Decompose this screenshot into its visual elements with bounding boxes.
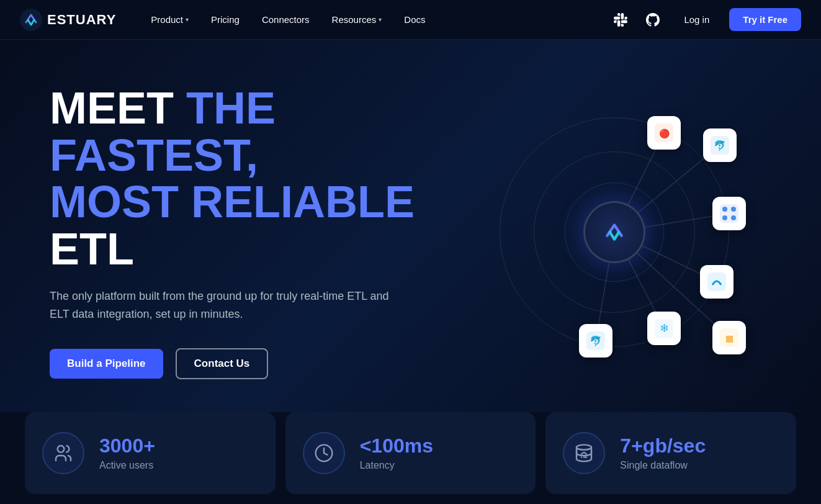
stat-info-throughput: 7+gb/sec Single dataflow: [620, 435, 706, 470]
stat-label-latency: Latency: [360, 460, 433, 471]
nav-item-product[interactable]: Product ▾: [141, 9, 199, 30]
users-icon-wrap: [42, 432, 84, 474]
stat-label-throughput: Single dataflow: [620, 460, 706, 471]
chevron-down-icon: ▾: [379, 16, 382, 23]
svg-point-16: [731, 215, 736, 220]
stat-card-throughput: 7+gb/sec Single dataflow: [545, 412, 796, 494]
hero-title-reliable: MOST RELIABLE: [50, 177, 415, 227]
slack-icon[interactable]: [609, 9, 632, 31]
database-icon-wrap: [563, 432, 605, 474]
connector-db: ▦: [712, 321, 746, 354]
svg-rect-12: [720, 204, 738, 223]
chevron-down-icon: ▾: [186, 16, 189, 23]
hero-illustration: 🐬 🔴 ❄ ▦ 🐬: [484, 96, 745, 369]
svg-point-26: [576, 445, 591, 450]
github-icon[interactable]: [642, 9, 664, 31]
svg-point-13: [722, 207, 727, 212]
nav-right: Log in Try it Free: [609, 8, 801, 31]
hub-center: [583, 201, 645, 263]
hero-subtitle: The only platform built from the ground …: [50, 287, 397, 323]
hero-title-meet: MEET: [50, 83, 186, 133]
hero-title: MEET THE FASTEST, MOST RELIABLE ETL: [50, 85, 484, 272]
svg-text:🐬: 🐬: [590, 335, 602, 347]
stat-info-users: 3000+ Active users: [99, 435, 155, 470]
svg-point-0: [20, 9, 42, 31]
contact-us-button[interactable]: Contact Us: [176, 348, 269, 379]
connector-3: [712, 197, 746, 230]
svg-point-24: [58, 446, 65, 452]
hero-title-etl: ETL: [50, 224, 134, 274]
nav-item-pricing[interactable]: Pricing: [201, 9, 249, 30]
users-icon: [53, 443, 73, 463]
stats-section: 3000+ Active users <100ms Latency 7+gb/s…: [0, 412, 821, 504]
build-pipeline-button[interactable]: Build a Pipeline: [50, 349, 163, 379]
stat-label-users: Active users: [99, 460, 155, 471]
nav-links: Product ▾ Pricing Connectors Resources ▾…: [141, 9, 609, 30]
stat-card-latency: <100ms Latency: [285, 412, 536, 494]
svg-point-14: [731, 207, 736, 212]
logo[interactable]: ESTUARY: [20, 9, 116, 31]
connector-salesforce: [700, 265, 734, 299]
try-free-button[interactable]: Try it Free: [729, 8, 801, 31]
hero-content: MEET THE FASTEST, MOST RELIABLE ETL The …: [50, 85, 484, 379]
stat-info-latency: <100ms Latency: [360, 435, 433, 470]
login-button[interactable]: Log in: [674, 9, 719, 30]
nav-item-connectors[interactable]: Connectors: [252, 9, 320, 30]
clock-icon: [314, 443, 334, 463]
brand-name: ESTUARY: [47, 12, 116, 28]
stat-value-latency: <100ms: [360, 435, 433, 457]
svg-text:🐬: 🐬: [714, 140, 726, 151]
clock-icon-wrap: [303, 432, 345, 474]
connector-2: 🔴: [647, 116, 681, 150]
hero-buttons: Build a Pipeline Contact Us: [50, 348, 484, 379]
svg-text:🔴: 🔴: [659, 128, 670, 139]
navbar: ESTUARY Product ▾ Pricing Connectors Res…: [0, 0, 821, 40]
nav-item-docs[interactable]: Docs: [394, 9, 435, 30]
stat-value-throughput: 7+gb/sec: [620, 435, 706, 457]
stat-card-users: 3000+ Active users: [25, 412, 276, 494]
hero-section: MEET THE FASTEST, MOST RELIABLE ETL The …: [0, 40, 821, 412]
nav-item-resources[interactable]: Resources ▾: [322, 9, 392, 30]
connector-mysql2: 🐬: [579, 324, 612, 358]
svg-point-15: [722, 215, 727, 220]
svg-text:▦: ▦: [725, 333, 734, 343]
connector-mysql1: 🐬: [703, 128, 737, 162]
stat-value-users: 3000+: [99, 435, 155, 457]
database-icon: [574, 443, 594, 463]
svg-text:❄: ❄: [660, 322, 669, 335]
connector-snowflake: ❄: [647, 312, 681, 345]
